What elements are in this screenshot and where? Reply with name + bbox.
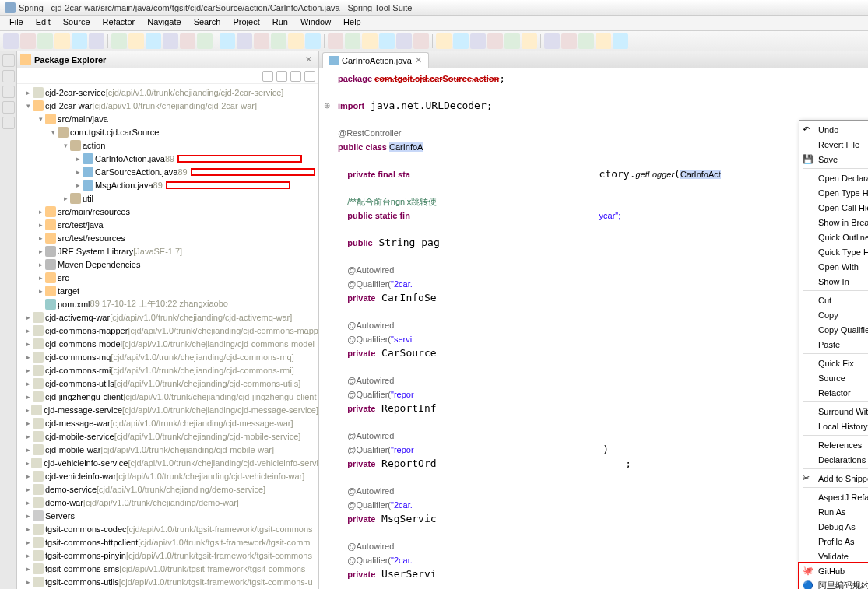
expand-twisty-icon[interactable]: ▸ <box>23 459 31 467</box>
tree-node[interactable]: ▸src/main/resources <box>17 205 318 218</box>
expand-twisty-icon[interactable]: ▸ <box>23 380 33 387</box>
tree-node[interactable]: ▸src/test/java <box>17 218 318 231</box>
expand-twisty-icon[interactable]: ▾ <box>36 115 45 123</box>
toolbar-button[interactable] <box>111 33 127 49</box>
link-editor-icon[interactable] <box>276 71 287 82</box>
toolbar-button[interactable] <box>413 33 429 49</box>
menu-help[interactable]: Help <box>337 16 367 30</box>
menu-item[interactable]: Run As <box>799 504 868 519</box>
expand-twisty-icon[interactable]: ▸ <box>23 340 33 348</box>
menu-item[interactable]: Declarations <box>799 452 868 467</box>
expand-twisty-icon[interactable]: ▸ <box>23 578 33 586</box>
tree-node[interactable]: ▸cjd-commons-mapper [cjd/api/v1.0/trunk/… <box>17 324 318 337</box>
menu-item[interactable]: SourceAlt+Shift+S <box>799 370 868 385</box>
tree-node[interactable]: ▾cjd-2car-war [cjd/api/v1.0/trunk/chejia… <box>17 99 318 112</box>
menu-item[interactable]: Open Type HierarchyF4 <box>799 185 868 200</box>
tree-node[interactable]: ▾com.tgsit.cjd.carSource <box>17 125 318 138</box>
code-editor[interactable]: package com.tgsit.cjd.carSource.action; … <box>319 68 868 589</box>
toolbar-button[interactable] <box>522 33 537 49</box>
expand-twisty-icon[interactable]: ▸ <box>23 565 33 573</box>
tree-node[interactable]: ▸tgsit-commons-codec [cjd/api/v1.0/trunk… <box>17 522 318 535</box>
toolbar-button[interactable] <box>504 33 520 49</box>
toolbar-button[interactable] <box>379 33 395 49</box>
collapsed-view-icon[interactable] <box>2 86 15 98</box>
tree-node[interactable]: ▸cjd-commons-model [cjd/api/v1.0/trunk/c… <box>17 337 318 350</box>
toolbar-button[interactable] <box>37 33 53 49</box>
tree-node[interactable]: ▸util <box>17 191 318 205</box>
focus-task-icon[interactable] <box>290 71 301 82</box>
menu-search[interactable]: Search <box>188 16 227 30</box>
menu-item[interactable]: Show in BreadcrumbAlt+Shift+B <box>799 215 868 230</box>
expand-twisty-icon[interactable]: ▸ <box>23 419 33 427</box>
tree-node[interactable]: ▾action <box>17 138 318 152</box>
menu-item[interactable]: Open Call HierarchyCtrl+Alt+H <box>799 200 868 215</box>
menu-item[interactable]: ↶UndoCtrl+Z <box>799 122 868 137</box>
menu-item[interactable]: Quick OutlineCtrl+O <box>799 230 868 244</box>
toolbar-button[interactable] <box>561 33 577 49</box>
toolbar-button[interactable] <box>396 33 412 49</box>
expand-twisty-icon[interactable]: ▸ <box>36 234 45 242</box>
toolbar-button[interactable] <box>54 33 70 49</box>
tree-node[interactable]: ▸src/test/resources <box>17 231 318 244</box>
tree-node[interactable]: ▸CarSourceAction.java 89 <box>17 165 318 178</box>
tree-node[interactable]: ▸tgsit-commons-sms [cjd/api/v1.0/trunk/t… <box>17 562 318 575</box>
expand-twisty-icon[interactable]: ▸ <box>36 208 45 216</box>
menu-item[interactable]: PasteCtrl+V <box>799 337 868 352</box>
toolbar-button[interactable] <box>453 33 469 49</box>
menu-item[interactable]: Open With <box>799 259 868 274</box>
close-tab-icon[interactable]: ✕ <box>415 55 422 65</box>
tree-node[interactable]: ▸cjd-mobile-service [cjd/api/v1.0/trunk/… <box>17 429 318 443</box>
expand-twisty-icon[interactable]: ▾ <box>48 128 58 136</box>
expand-twisty-icon[interactable]: ▸ <box>23 393 33 401</box>
tree-node[interactable]: ▸cjd-jingzhengu-client [cjd/api/v1.0/tru… <box>17 390 318 403</box>
toolbar-button[interactable] <box>544 33 560 49</box>
menu-file[interactable]: File <box>3 16 30 30</box>
toolbar-button[interactable] <box>328 33 343 49</box>
toolbar-button[interactable] <box>89 33 104 49</box>
toolbar-button[interactable] <box>345 33 360 49</box>
expand-twisty-icon[interactable]: ▾ <box>61 142 70 149</box>
menu-item[interactable]: Surround WithAlt+Shift+Z <box>799 404 868 419</box>
expand-twisty-icon[interactable]: ▸ <box>23 512 33 520</box>
collapsed-view-icon[interactable] <box>2 101 15 114</box>
expand-twisty-icon[interactable]: ▸ <box>36 274 45 282</box>
menu-item[interactable]: ✂Add to Snippets... <box>799 471 868 486</box>
tree-node[interactable]: ▸CarInfoAction.java 89 <box>17 152 318 165</box>
expand-twisty-icon[interactable]: ▸ <box>36 287 45 295</box>
expand-twisty-icon[interactable]: ▸ <box>23 499 33 507</box>
menu-item[interactable]: Quick FixCtrl+1 <box>799 356 868 370</box>
expand-twisty-icon[interactable]: ▸ <box>23 486 33 493</box>
menu-item[interactable]: 🔵阿里编码规约扫描Ctrl+Alt+Shift+J <box>799 578 868 589</box>
toolbar-button[interactable] <box>271 33 286 49</box>
toolbar-button[interactable] <box>197 33 213 49</box>
tree-node[interactable]: ▸demo-service [cjd/api/v1.0/trunk/chejia… <box>17 482 318 496</box>
menu-item[interactable]: Revert File <box>799 137 868 152</box>
menu-refactor[interactable]: Refactor <box>97 16 142 30</box>
tree-node[interactable]: ▸cjd-commons-rmi [cjd/api/v1.0/trunk/che… <box>17 363 318 377</box>
expand-twisty-icon[interactable]: ▸ <box>23 406 31 414</box>
tree-node[interactable]: ▸MsgAction.java 89 <box>17 178 318 191</box>
toolbar-button[interactable] <box>288 33 304 49</box>
toolbar-button[interactable] <box>596 33 611 49</box>
expand-twisty-icon[interactable]: ▸ <box>61 195 70 202</box>
tree-node[interactable]: pom.xml 89 17-10-12 上午10:22 zhangxiaobo <box>17 297 318 310</box>
toolbar-button[interactable] <box>3 33 19 49</box>
view-menu-icon[interactable] <box>304 71 315 82</box>
toolbar-button[interactable] <box>362 33 378 49</box>
menu-item[interactable]: RefactorAlt+Shift+T <box>799 385 868 400</box>
menu-project[interactable]: Project <box>227 16 266 30</box>
editor-tab-active[interactable]: CarInfoAction.java ✕ <box>322 52 429 68</box>
menu-source[interactable]: Source <box>57 16 97 30</box>
toolbar-button[interactable] <box>487 33 503 49</box>
tree-node[interactable]: ▸src <box>17 271 318 284</box>
tree-node[interactable]: ▸cjd-activemq-war [cjd/api/v1.0/trunk/ch… <box>17 310 318 324</box>
menu-item[interactable]: CutCtrl+X <box>799 293 868 307</box>
tree-node[interactable]: ▸cjd-message-war [cjd/api/v1.0/trunk/che… <box>17 416 318 429</box>
toolbar-button[interactable] <box>305 33 321 49</box>
collapse-all-icon[interactable] <box>262 71 273 82</box>
menu-item[interactable]: Validate <box>799 549 868 563</box>
menu-navigate[interactable]: Navigate <box>141 16 187 30</box>
tree-node[interactable]: ▸cjd-commons-utils [cjd/api/v1.0/trunk/c… <box>17 377 318 390</box>
expand-twisty-icon[interactable]: ▸ <box>73 155 83 163</box>
menu-item[interactable]: Show InAlt+Shift+W <box>799 274 868 289</box>
